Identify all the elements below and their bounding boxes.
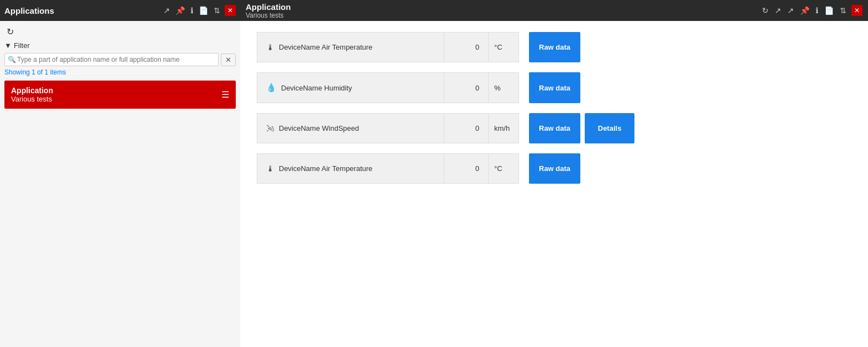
sensor-unit-cell: °C [489, 32, 519, 62]
app-item-subtitle: Various tests [11, 95, 53, 103]
sidebar-close-icon[interactable]: ✕ [225, 5, 236, 16]
filter-row: ▼ Filter [4, 41, 236, 50]
sensor-value: 0 [475, 124, 479, 132]
application-list-item[interactable]: Application Various tests ☰ [4, 81, 236, 109]
details-button[interactable]: Details [585, 113, 634, 143]
main-info-icon[interactable]: ℹ [814, 5, 819, 16]
main-external-icon[interactable]: ↗ [774, 5, 782, 16]
sidebar-refresh-button[interactable]: ↻ [4, 25, 16, 38]
sensor-unit: °C [494, 164, 502, 173]
app-item-text: Application Various tests [11, 86, 53, 103]
table-row: 🌬 DeviceName WindSpeed 0 km/h Raw data D… [257, 113, 851, 143]
table-row: 🌡 DeviceName Air Temperature 0 °C Raw da… [257, 153, 851, 184]
app-item-menu-icon: ☰ [221, 89, 229, 100]
info-icon[interactable]: ℹ [189, 5, 194, 16]
search-input-wrap: 🔍 [4, 53, 219, 66]
doc-icon[interactable]: 📄 [198, 5, 209, 16]
raw-data-button[interactable]: Raw data [529, 113, 580, 143]
sensor-label: DeviceName Air Temperature [279, 164, 373, 173]
thermometer-icon: 🌡 [266, 42, 274, 52]
sensor-unit: km/h [494, 124, 510, 132]
sensor-value-cell: 0 [444, 113, 489, 143]
filter-label: Filter [14, 41, 30, 50]
sensor-value: 0 [475, 84, 479, 92]
thermometer-icon: 🌡 [266, 164, 274, 173]
sensor-value: 0 [475, 164, 479, 173]
sidebar: Applications ↗ 📌 ℹ 📄 ⇅ ✕ ↻ ▼ Filter 🔍 ✕ … [0, 0, 240, 347]
table-row: 🌡 DeviceName Air Temperature 0 °C Raw da… [257, 32, 851, 62]
main-arrows-icon[interactable]: ⇅ [839, 5, 848, 16]
sensor-value-cell: 0 [444, 32, 489, 62]
raw-data-button[interactable]: Raw data [529, 32, 580, 62]
main-close-icon[interactable]: ✕ [851, 5, 862, 16]
sensor-label: DeviceName WindSpeed [279, 124, 359, 132]
sensor-name-cell: 🌬 DeviceName WindSpeed [257, 113, 444, 143]
main-title: Application [246, 2, 291, 12]
main-content: Application Various tests ↻ ↗ ↗ 📌 ℹ 📄 ⇅ … [240, 0, 868, 347]
sensor-name-cell: 💧 DeviceName Humidity [257, 72, 444, 103]
arrows-icon[interactable]: ⇅ [213, 5, 221, 16]
search-icon: 🔍 [8, 56, 16, 63]
sensor-unit: °C [494, 43, 502, 51]
sensor-value-cell: 0 [444, 153, 489, 184]
main-header: Application Various tests ↻ ↗ ↗ 📌 ℹ 📄 ⇅ … [240, 0, 868, 21]
main-header-title: Application Various tests [246, 2, 291, 19]
main-share-icon[interactable]: ↗ [786, 5, 795, 16]
main-header-icons: ↻ ↗ ↗ 📌 ℹ 📄 ⇅ ✕ [761, 5, 862, 16]
sensor-value: 0 [475, 43, 479, 51]
wind-icon: 🌬 [266, 124, 274, 133]
sensor-unit: % [494, 84, 501, 92]
sidebar-header-icons: ↗ 📌 ℹ 📄 ⇅ ✕ [162, 5, 236, 16]
raw-data-button[interactable]: Raw data [529, 72, 580, 103]
sensor-label: DeviceName Air Temperature [279, 43, 373, 51]
app-item-title: Application [11, 86, 53, 95]
main-pin-icon[interactable]: 📌 [799, 5, 811, 16]
pin-icon[interactable]: 📌 [174, 5, 186, 16]
main-doc-icon[interactable]: 📄 [823, 5, 835, 16]
sensor-name-cell: 🌡 DeviceName Air Temperature [257, 32, 444, 62]
main-refresh-icon[interactable]: ↻ [761, 5, 770, 16]
search-input[interactable] [4, 53, 219, 66]
sensor-value-cell: 0 [444, 72, 489, 103]
sensor-unit-cell: km/h [489, 113, 519, 143]
sidebar-body: ↻ ▼ Filter 🔍 ✕ Showing 1 of 1 items Appl… [0, 21, 240, 347]
sensor-name-cell: 🌡 DeviceName Air Temperature [257, 153, 444, 184]
raw-data-button[interactable]: Raw data [529, 153, 580, 184]
external-link-icon[interactable]: ↗ [162, 5, 171, 16]
table-row: 💧 DeviceName Humidity 0 % Raw data [257, 72, 851, 103]
sensor-label: DeviceName Humidity [281, 84, 352, 92]
search-row: 🔍 ✕ [4, 53, 236, 66]
showing-text: Showing 1 of 1 items [4, 68, 236, 76]
filter-icon: ▼ [4, 41, 12, 50]
clear-search-button[interactable]: ✕ [221, 54, 236, 66]
main-body: 🌡 DeviceName Air Temperature 0 °C Raw da… [240, 21, 868, 347]
sensor-unit-cell: °C [489, 153, 519, 184]
sensor-unit-cell: % [489, 72, 519, 103]
main-subtitle: Various tests [246, 12, 291, 19]
humidity-icon: 💧 [266, 83, 277, 93]
sidebar-title: Applications [4, 6, 54, 15]
sidebar-header: Applications ↗ 📌 ℹ 📄 ⇅ ✕ [0, 0, 240, 21]
